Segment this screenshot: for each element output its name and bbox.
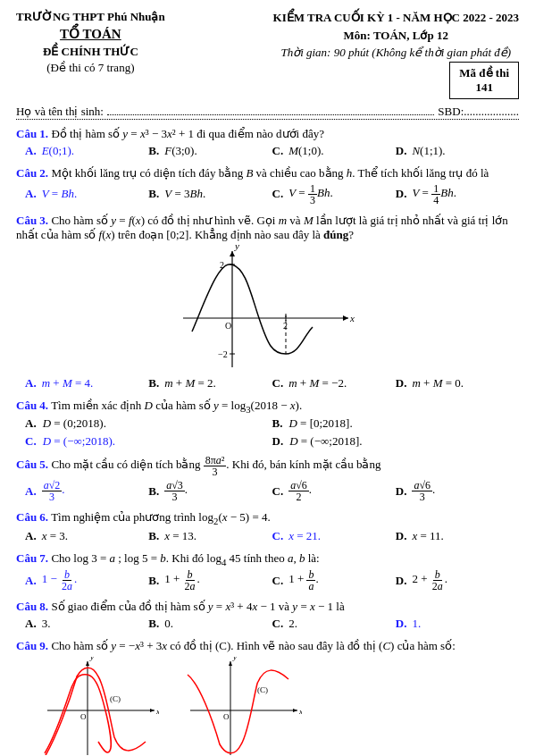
time-line: Thời gian: 90 phút (Không kể thời gian p…	[273, 44, 519, 62]
q5-opt-d: D. a√63.	[396, 480, 519, 502]
q1-opt-c: C. M(1;0).	[272, 144, 396, 158]
q2-opt-d-text: V = 14Bh.	[412, 183, 456, 206]
svg-text:x: x	[298, 707, 302, 716]
q5-opt-a-label: A.	[25, 484, 37, 499]
exam-info: KIỂM TRA CUỐI KỲ 1 - NĂM HỌC 2022 - 2023…	[273, 9, 519, 99]
q2-opt-c: C. V = 13Bh.	[272, 183, 396, 206]
question-5: Câu 5. Cho mặt cầu có diện tích bằng 8πa…	[16, 455, 519, 504]
q2-num: Câu 2.	[16, 166, 48, 180]
q1-opt-d-label: D.	[396, 144, 407, 158]
ma-de-label: Mã đề thi	[459, 66, 509, 80]
q6-opt-c-label: C.	[272, 529, 284, 543]
q8-num: Câu 8.	[16, 600, 48, 613]
svg-text:x: x	[155, 707, 159, 716]
q4-opt-a-text: D = (0;2018).	[43, 416, 106, 431]
q3-opt-d-text: m + M = 0.	[412, 376, 464, 391]
q9-graphs: x y O (C) A. x y	[16, 657, 519, 756]
q4-opt-b: B. D = [0;2018].	[272, 416, 520, 431]
q5-opt-a: A. a√23.	[25, 480, 148, 502]
q3-opt-c-text: m + M = −2.	[288, 376, 347, 391]
q6-opt-a-label: A.	[25, 529, 37, 543]
q8-opt-b-label: B.	[148, 617, 159, 631]
q2-opt-d-label: D.	[396, 187, 407, 201]
q7-options: A. 1 − b2a. B. 1 + b2a. C. 1 + ba. D. 2 …	[16, 569, 519, 593]
q4-options: A. D = (0;2018). B. D = [0;2018]. C. D =…	[16, 416, 519, 449]
q7-opt-a: A. 1 − b2a.	[25, 569, 148, 592]
q5-opt-d-text: a√63.	[412, 480, 435, 502]
q6-num: Câu 6.	[16, 510, 48, 524]
q5-opt-c: C. a√62.	[272, 480, 396, 502]
q6-opt-d: D. x = 11.	[396, 529, 519, 543]
svg-text:(C): (C)	[110, 694, 121, 703]
q1-opt-b-text: F(3;0).	[164, 144, 196, 158]
q2-opt-a-text: V = Bh.	[42, 187, 78, 201]
question-6: Câu 6. Tìm nghiệm của phương trình log2(…	[16, 510, 519, 545]
q8-opt-a: A. 3.	[25, 617, 148, 631]
q7-opt-b: B. 1 + b2a.	[148, 569, 272, 592]
q8-opt-a-label: A.	[25, 617, 37, 631]
q7-opt-a-label: A.	[25, 574, 37, 588]
q3-title: Câu 3. Cho hàm số y = f(x) có đồ thị như…	[16, 214, 519, 242]
exam-details: KIỂM TRA CUỐI KỲ 1 - NĂM HỌC 2022 - 2023…	[273, 9, 519, 62]
q5-title: Câu 5. Cho mặt cầu có diện tích bằng 8πa…	[16, 455, 519, 477]
ma-de-num: 141	[459, 80, 509, 95]
q1-opt-c-text: M(1;0).	[288, 144, 323, 158]
q1-opt-c-label: C.	[272, 144, 284, 158]
question-1: Câu 1. Đồ thị hàm số y = x³ − 3x² + 1 đi…	[16, 127, 519, 160]
question-8: Câu 8. Số giao điểm của đồ thị hàm số y …	[16, 600, 519, 633]
q8-opt-d-label: D.	[396, 617, 407, 631]
q4-title: Câu 4. Tìm miền xác định D của hàm số y …	[16, 399, 519, 415]
q5-opt-d-label: D.	[396, 484, 407, 499]
q3-graph-svg: x y O 2 2 −2	[179, 247, 357, 372]
q2-opt-d: D. V = 14Bh.	[396, 183, 519, 206]
q3-opt-b-text: m + M = 2.	[164, 376, 216, 391]
q2-opt-c-text: V = 13Bh.	[288, 183, 333, 206]
exam-title: KIỂM TRA CUỐI KỲ 1 - NĂM HỌC 2022 - 2023	[273, 9, 519, 27]
svg-text:y: y	[234, 240, 239, 251]
official-label: ĐỀ CHÍNH THỨC	[16, 44, 165, 60]
question-7: Câu 7. Cho log 3 = a ; log 5 = b. Khi đó…	[16, 551, 519, 594]
q3-opt-b: B. m + M = 2.	[148, 376, 272, 391]
q7-num: Câu 7.	[16, 551, 48, 565]
q5-opt-b-text: a√33.	[164, 480, 188, 502]
q7-opt-b-label: B.	[148, 574, 159, 588]
q6-opt-d-text: x = 11.	[412, 529, 443, 543]
q1-opt-d: D. N(1;1).	[396, 144, 519, 158]
q6-title: Câu 6. Tìm nghiệm của phương trình log2(…	[16, 510, 519, 526]
q3-opt-d-label: D.	[396, 376, 407, 391]
q2-opt-b-text: V = 3Bh.	[164, 187, 205, 201]
q3-opt-a-text: m + M = 4.	[42, 376, 94, 391]
q7-title: Câu 7. Cho log 3 = a ; log 5 = b. Khi đó…	[16, 551, 519, 567]
svg-text:y: y	[89, 657, 94, 661]
q8-opt-a-text: 3.	[42, 617, 51, 631]
q6-opt-c-text: x = 21.	[288, 529, 321, 543]
svg-text:x: x	[349, 313, 355, 323]
svg-marker-2	[343, 315, 348, 321]
q6-opt-b-text: x = 13.	[164, 529, 196, 543]
q7-opt-d-text: 2 + b2a.	[412, 569, 447, 592]
q3-options: A. m + M = 4. B. m + M = 2. C. m + M = −…	[16, 376, 519, 392]
q1-num: Câu 1.	[16, 127, 48, 140]
q7-opt-d: D. 2 + b2a.	[396, 569, 519, 592]
q4-opt-b-label: B.	[272, 416, 283, 431]
q5-opt-c-text: a√62.	[288, 480, 312, 502]
q9-graph-a-svg: x y O (C)	[43, 657, 159, 755]
q2-opt-a-label: A.	[25, 187, 37, 201]
q2-opt-a: A. V = Bh.	[25, 183, 148, 206]
q3-num: Câu 3.	[16, 214, 48, 227]
svg-marker-25	[229, 661, 232, 666]
question-2: Câu 2. Một khối lăng trụ có diện tích đá…	[16, 166, 519, 207]
svg-marker-16	[150, 709, 155, 712]
q7-opt-b-text: 1 + b2a.	[164, 569, 200, 592]
q7-opt-c-text: 1 + ba.	[288, 569, 319, 592]
svg-marker-24	[293, 709, 297, 712]
q1-opt-a-text: E(0;1).	[42, 144, 74, 158]
q4-opt-a-label: A.	[25, 416, 37, 431]
q6-opt-a: A. x = 3.	[25, 529, 148, 543]
svg-text:O: O	[225, 321, 231, 331]
q8-opt-d: D. 1.	[396, 617, 519, 631]
q7-opt-c: C. 1 + ba.	[272, 569, 396, 592]
svg-text:−2: −2	[218, 349, 228, 359]
q4-opt-c-text: D = (−∞;2018).	[43, 434, 115, 449]
q4-num: Câu 4.	[16, 399, 48, 412]
